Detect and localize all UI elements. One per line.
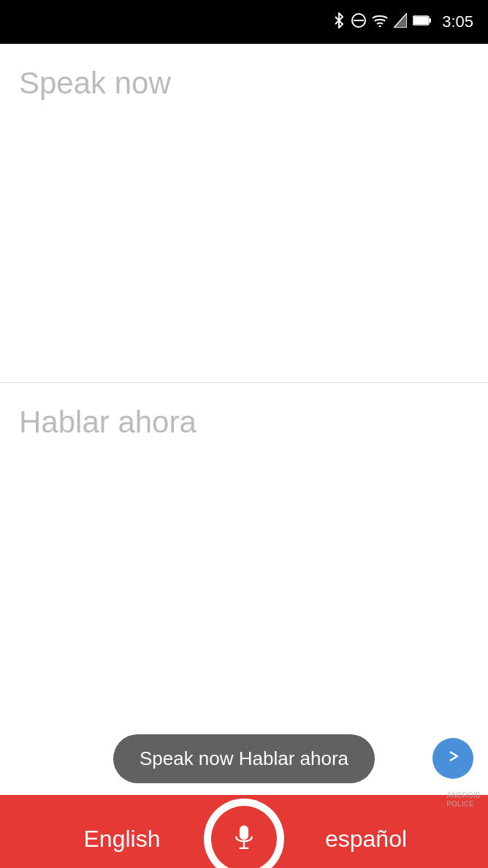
status-icons: 3:05 [332,12,473,32]
tooltip-text: Speak now Hablar ahora [140,747,348,770]
signal-icon [394,13,407,31]
arrow-button[interactable] [432,738,473,779]
speak-now-label: Speak now [19,66,171,100]
lang-english-label: English [84,826,161,853]
watermark: ANDROIDPOLICE [446,791,481,808]
tooltip-area: Speak now Hablar ahora [0,722,488,795]
status-bar: 3:05 [0,0,488,44]
svg-rect-6 [413,17,428,24]
svg-point-8 [443,746,463,766]
svg-rect-9 [240,826,248,840]
lang-espanol-label: español [325,826,407,853]
bluetooth-icon [332,12,346,32]
hablar-ahora-label: Hablar ahora [19,405,197,439]
main-content: Speak now Hablar ahora [0,44,488,722]
tooltip-bubble: Speak now Hablar ahora [113,734,375,783]
bottom-bar: English español [0,795,488,868]
speak-panel: Speak now [0,44,488,383]
svg-rect-7 [429,18,431,23]
arrow-right-icon [443,746,463,772]
battery-icon [413,15,432,30]
blocked-icon [351,13,366,31]
hablar-panel: Hablar ahora [0,383,488,722]
microphone-icon [230,825,258,853]
svg-point-2 [379,25,381,27]
wifi-icon [372,14,388,31]
status-time: 3:05 [442,12,473,31]
mic-button[interactable] [211,806,277,868]
